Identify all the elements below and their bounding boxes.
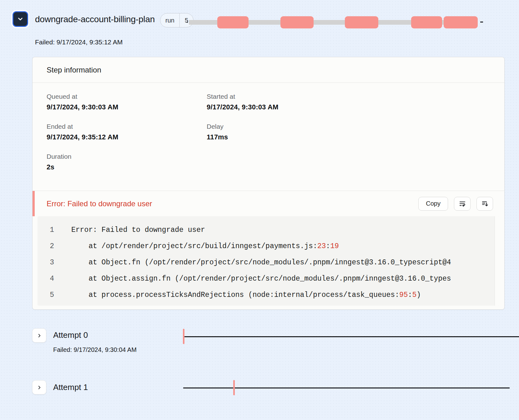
- code-text-segment: at Object.fn (/opt/render/project/src/no…: [71, 258, 451, 267]
- line-number: 2: [38, 242, 54, 250]
- error-output-block: 1 Error: Failed to downgrade user 2 at /…: [38, 216, 499, 306]
- timeline-segment[interactable]: [280, 16, 314, 28]
- error-accent-stripe: [33, 191, 35, 216]
- field-duration: Duration 2s: [47, 153, 207, 171]
- chevron-down-icon: [17, 16, 24, 22]
- field-label: Ended at: [47, 123, 207, 130]
- field-label: Started at: [207, 93, 490, 100]
- step-status: Failed: 9/17/2024, 9:35:12 AM: [35, 38, 123, 46]
- field-value: 9/17/2024, 9:30:03 AM: [207, 103, 490, 111]
- wrap-text-icon: [459, 200, 466, 208]
- field-value: 2s: [47, 163, 207, 171]
- chevron-right-icon: [37, 385, 42, 390]
- code-highlight: 95: [399, 291, 408, 299]
- code-line: 1 Error: Failed to downgrade user: [38, 222, 499, 238]
- chevron-right-icon: [37, 333, 42, 338]
- code-text: at Object.assign.fn (/opt/render/project…: [71, 275, 451, 283]
- timeline-segment[interactable]: [411, 16, 442, 28]
- code-highlight: 23: [317, 242, 326, 250]
- attempt-1-expand-button[interactable]: [32, 380, 46, 394]
- field-value: 117ms: [207, 133, 490, 141]
- field-delay: Delay 117ms: [207, 123, 490, 141]
- error-banner: Error: Failed to downgrade user Copy: [33, 191, 504, 216]
- timeline-segment[interactable]: [444, 16, 478, 28]
- code-text-segment: :: [326, 242, 330, 250]
- field-queued-at: Queued at 9/17/2024, 9:30:03 AM: [47, 93, 207, 111]
- step-info-card: Step information Queued at 9/17/2024, 9:…: [32, 57, 505, 310]
- run-badge-label: run: [160, 13, 179, 27]
- line-number: 3: [38, 258, 54, 267]
- code-line: 3 at Object.fn (/opt/render/project/src/…: [38, 254, 499, 271]
- expand-toggle-button[interactable]: [13, 11, 28, 27]
- code-line: 2 at /opt/render/project/src/build/innge…: [38, 238, 499, 254]
- code-text: at process.processTicksAndRejections (no…: [71, 291, 421, 299]
- code-highlight: 19: [330, 242, 339, 250]
- attempt-0-expand-button[interactable]: [32, 328, 46, 342]
- code-text: at Object.fn (/opt/render/project/src/no…: [71, 258, 451, 267]
- card-title: Step information: [33, 57, 504, 83]
- code-highlight: 5: [412, 291, 416, 299]
- wrap-text-button[interactable]: [454, 197, 471, 211]
- step-info-fields: Queued at 9/17/2024, 9:30:03 AM Started …: [33, 83, 504, 191]
- field-value: 9/17/2024, 9:35:12 AM: [47, 133, 207, 141]
- step-title: downgrade-account-billing-plan: [35, 13, 160, 25]
- attempt-1-timeline-tick[interactable]: [233, 380, 235, 395]
- error-actions: Copy: [418, 191, 493, 216]
- scroll-to-bottom-button[interactable]: [476, 197, 493, 211]
- code-text-segment: at Object.assign.fn (/opt/render/project…: [71, 275, 451, 283]
- attempt-1-label: Attempt 1: [53, 382, 88, 392]
- timeline-start-marker: [187, 22, 188, 23]
- field-started-at: Started at 9/17/2024, 9:30:03 AM: [207, 93, 490, 111]
- code-text-segment: at process.processTicksAndRejections (no…: [71, 291, 399, 299]
- scroll-to-bottom-icon: [481, 200, 489, 208]
- code-text: Error: Failed to downgrade user: [71, 226, 205, 234]
- timeline-end-marker: [480, 22, 483, 22]
- line-number: 1: [38, 226, 54, 234]
- run-badge[interactable]: run 5: [160, 13, 194, 28]
- field-ended-at: Ended at 9/17/2024, 9:35:12 AM: [47, 123, 207, 141]
- field-value: 9/17/2024, 9:30:03 AM: [47, 103, 207, 111]
- field-label: Delay: [207, 123, 490, 130]
- code-text-segment: at /opt/render/project/src/build/inngest…: [71, 242, 317, 250]
- attempt-0-status: Failed: 9/17/2024, 9:30:04 AM: [53, 346, 137, 353]
- line-number: 5: [38, 291, 54, 299]
- code-scrollbar[interactable]: [495, 216, 499, 306]
- timeline-segment[interactable]: [217, 16, 249, 28]
- copy-button[interactable]: Copy: [418, 197, 448, 211]
- attempt-1-timeline-line: [183, 388, 510, 388]
- attempt-0-timeline-tick[interactable]: [183, 329, 184, 344]
- code-text-segment: ): [416, 291, 421, 299]
- attempt-0-label: Attempt 0: [53, 330, 88, 340]
- error-message: Error: Failed to downgrade user: [47, 199, 152, 208]
- field-label: Duration: [47, 153, 207, 160]
- code-text-segment: Error: Failed to downgrade user: [71, 226, 205, 234]
- code-line: 5 at process.processTicksAndRejections (…: [38, 287, 499, 303]
- code-text: at /opt/render/project/src/build/inngest…: [71, 242, 339, 250]
- field-label: Queued at: [47, 93, 207, 100]
- line-number: 4: [38, 275, 54, 283]
- timeline-segment[interactable]: [345, 16, 378, 28]
- attempt-0-timeline-line: [183, 336, 519, 337]
- code-line: 4 at Object.assign.fn (/opt/render/proje…: [38, 271, 499, 287]
- code-text-segment: :: [408, 291, 412, 299]
